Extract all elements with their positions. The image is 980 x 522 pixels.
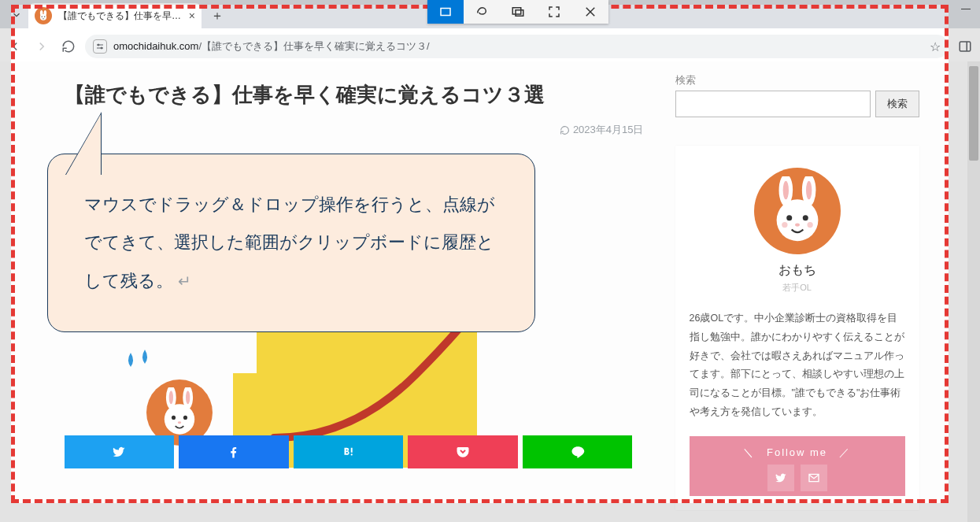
profile-name: おもち xyxy=(690,262,905,279)
share-hatena[interactable] xyxy=(294,435,404,468)
svg-point-27 xyxy=(782,222,787,228)
svg-point-25 xyxy=(802,215,808,220)
share-facebook[interactable] xyxy=(179,435,289,468)
follow-mail-icon[interactable] xyxy=(801,465,827,491)
profile-subtitle: 若手OL xyxy=(690,282,905,294)
share-pocket[interactable] xyxy=(408,435,518,468)
instruction-callout: マウスでドラッグ＆ドロップ操作を行うと、点線がでてきて、選択した範囲がクリップボ… xyxy=(47,154,535,332)
svg-point-22 xyxy=(806,181,812,199)
svg-point-3 xyxy=(42,16,43,17)
side-panel-icon[interactable] xyxy=(958,39,972,54)
search-label: 検索 xyxy=(675,73,919,87)
sweat-drops-icon xyxy=(123,348,156,381)
refresh-icon xyxy=(560,125,570,135)
snip-freeform-button[interactable] xyxy=(464,0,500,24)
article-date: 2023年4月15日 xyxy=(61,123,649,137)
forward-icon[interactable] xyxy=(35,39,49,54)
snipping-toolbar xyxy=(427,0,608,24)
svg-point-15 xyxy=(164,405,194,435)
address-bar[interactable]: omochidaihuk.com/【誰でもできる】仕事を早く確実に覚えるコツ３/… xyxy=(85,35,949,58)
hero-illustration xyxy=(61,318,649,468)
svg-point-21 xyxy=(782,181,788,199)
back-icon[interactable] xyxy=(8,39,22,54)
sidebar: 検索 検索 おもち 若手OL 26歳OLです。中小企業診断士の資格取得を目指し勉… xyxy=(675,61,919,510)
svg-point-26 xyxy=(795,224,800,227)
svg-point-7 xyxy=(98,44,99,46)
tab-favicon xyxy=(35,7,52,24)
snip-close-button[interactable] xyxy=(572,0,608,24)
svg-point-2 xyxy=(40,14,46,20)
svg-rect-30 xyxy=(512,8,521,14)
bookmark-star-icon[interactable]: ☆ xyxy=(930,39,941,54)
share-line[interactable] xyxy=(523,435,633,468)
url-text: omochidaihuk.com/【誰でもできる】仕事を早く確実に覚えるコツ３/ xyxy=(113,39,430,54)
follow-bar: ＼ Follow me ／ xyxy=(690,436,905,496)
snip-rectangle-button[interactable] xyxy=(427,0,464,24)
svg-point-23 xyxy=(776,199,818,241)
vertical-scrollbar[interactable] xyxy=(967,61,980,522)
svg-rect-29 xyxy=(441,9,450,16)
svg-point-13 xyxy=(168,391,172,405)
follow-label: ＼ Follow me ／ xyxy=(690,446,905,460)
share-twitter[interactable] xyxy=(65,435,175,468)
reload-icon[interactable] xyxy=(61,39,76,54)
scrollbar-thumb[interactable] xyxy=(969,66,978,161)
browser-tab[interactable]: 【誰でもできる】仕事を早く確実に覚 × xyxy=(28,3,202,28)
svg-point-14 xyxy=(186,391,190,405)
svg-point-16 xyxy=(171,416,175,420)
profile-card: おもち 若手OL 26歳OLです。中小企業診断士の資格取得を目指し勉強中。誰かに… xyxy=(675,146,919,510)
article-title: 【誰でもできる】仕事を早く確実に覚えるコツ３選 xyxy=(61,80,649,109)
svg-point-17 xyxy=(183,416,187,420)
svg-point-4 xyxy=(44,16,45,17)
site-info-icon[interactable] xyxy=(93,39,107,54)
tab-title: 【誰でもできる】仕事を早く確実に覚 xyxy=(58,9,184,23)
new-tab-button[interactable]: ＋ xyxy=(206,5,228,27)
snip-window-button[interactable] xyxy=(500,0,536,24)
tab-close-icon[interactable]: × xyxy=(189,9,195,22)
window-minimize-icon[interactable]: — xyxy=(961,3,971,14)
return-symbol: ↵ xyxy=(178,272,191,290)
tab-search-dropdown[interactable] xyxy=(8,6,25,24)
svg-point-28 xyxy=(807,222,812,228)
svg-rect-9 xyxy=(960,42,971,51)
search-button[interactable]: 検索 xyxy=(875,91,919,117)
snip-fullscreen-button[interactable] xyxy=(536,0,572,24)
svg-rect-31 xyxy=(516,10,523,17)
callout-text: マウスでドラッグ＆ドロップ操作を行うと、点線がでてきて、選択した範囲がクリップボ… xyxy=(84,194,495,291)
profile-bio: 26歳OLです。中小企業診断士の資格取得を目指し勉強中。誰かにわかりやすく伝える… xyxy=(690,309,905,422)
window-controls: — xyxy=(961,3,977,14)
svg-point-24 xyxy=(786,215,792,220)
profile-avatar xyxy=(754,168,841,254)
svg-point-18 xyxy=(177,422,180,424)
search-input[interactable] xyxy=(675,91,871,117)
toolbar: omochidaihuk.com/【誰でもできる】仕事を早く確実に覚えるコツ３/… xyxy=(0,28,980,62)
follow-twitter-icon[interactable] xyxy=(767,465,794,491)
share-bar xyxy=(65,435,633,468)
svg-point-8 xyxy=(101,47,102,49)
